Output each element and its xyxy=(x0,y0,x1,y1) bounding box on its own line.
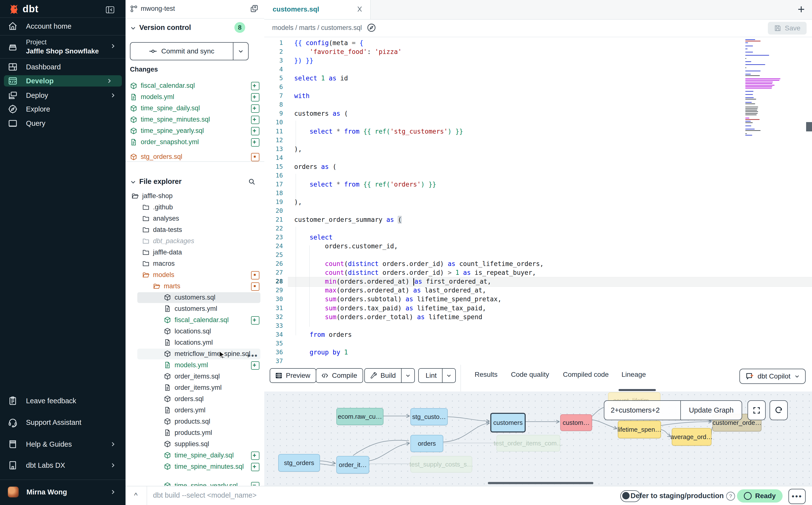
stage-minus-badge[interactable]: – xyxy=(251,482,260,486)
file-row-dbt-packages[interactable]: dbt_packages xyxy=(126,236,264,246)
file-row-locations-yml[interactable]: locations.yml xyxy=(126,338,264,348)
sidebar-item-project[interactable]: Project Jaffle Shop Snowflake xyxy=(0,35,126,58)
file-row-metricflow-time-spine-sql[interactable]: metricflow_time_spine.sql••• xyxy=(126,349,264,359)
file-row-customers-sql[interactable]: customers.sql xyxy=(126,293,264,303)
sidebar-item-account-home[interactable]: Account home xyxy=(0,19,126,33)
more-options-button[interactable]: ••• xyxy=(789,489,806,504)
sidebar-item-help-guides[interactable]: Help & Guides xyxy=(0,437,126,451)
file-row-orders-sql[interactable]: orders.sql xyxy=(126,394,264,404)
row-menu-icon[interactable]: ••• xyxy=(248,352,258,360)
file-row-analyses[interactable]: analyses xyxy=(126,214,264,224)
tab-lineage[interactable]: Lineage xyxy=(622,371,646,378)
user-name: Mirna Wong xyxy=(26,488,67,496)
lineage-node-stg-custo-[interactable]: stg_custo… xyxy=(411,408,448,425)
save-button[interactable]: Save xyxy=(768,22,807,34)
lineage-hscrollbar-thumb[interactable] xyxy=(488,482,593,484)
file-row-products-sql[interactable]: products.sql xyxy=(126,417,264,427)
file-row-order-items-sql[interactable]: order_items.sql xyxy=(126,372,264,382)
update-graph-button[interactable]: Update Graph xyxy=(680,401,742,420)
defer-label: Defer to staging/production xyxy=(631,492,724,500)
model-icon xyxy=(164,350,171,357)
file-row-jaffle-shop[interactable]: jaffle-shop xyxy=(126,191,264,201)
sidebar-item-support-assistant[interactable]: Support Assistant xyxy=(0,415,126,430)
fullscreen-button[interactable] xyxy=(748,400,766,420)
sidebar-item-explore[interactable]: Explore xyxy=(0,102,126,116)
lineage-node-orders[interactable]: orders xyxy=(411,435,443,452)
sidebar-item-dashboard[interactable]: Dashboard xyxy=(0,60,126,74)
tab-customers-sql[interactable]: customers.sql xyxy=(264,0,371,19)
ide-status-badge[interactable]: Ready xyxy=(737,489,783,503)
line-number: 4 xyxy=(264,65,283,74)
file-row-customers-yml[interactable]: customers.yml xyxy=(126,304,264,314)
sidebar-item-dbt-labs-dx[interactable]: dbt Labs DX xyxy=(0,458,126,472)
lint-dropdown-chevron[interactable] xyxy=(443,373,455,378)
preview-button[interactable]: Preview xyxy=(270,368,316,383)
lineage-node-custom-[interactable]: custom… xyxy=(560,414,592,431)
code-editor[interactable]: 1{{ config(meta = {2 'favorite_food': 'p… xyxy=(264,37,812,365)
sidebar-item-leave-feedback[interactable]: Leave feedback xyxy=(0,394,126,408)
dbt-copilot-button[interactable]: dbt Copilot xyxy=(740,369,806,384)
lineage-node-customers[interactable]: customers xyxy=(490,413,526,433)
lineage-node-order-it-[interactable]: order_it… xyxy=(336,456,369,474)
file-row--github[interactable]: .github xyxy=(126,202,264,213)
explore-compass-icon[interactable] xyxy=(367,23,376,32)
chevron-right-icon xyxy=(110,43,116,49)
collapse-command-bar-icon[interactable]: ^ xyxy=(131,491,141,501)
new-tab-icon[interactable] xyxy=(797,5,806,14)
folder-icon xyxy=(142,237,150,245)
file-row-marts[interactable]: marts xyxy=(126,282,264,292)
breadcrumb-row: models / marts / customers.sql Save xyxy=(264,20,812,37)
file-row-time-spine-yearly-sql[interactable]: time_spine_yearly.sql– xyxy=(126,481,264,486)
sidebar-collapse-icon[interactable] xyxy=(106,6,114,13)
lineage-node-ecom-raw-cu-[interactable]: ecom.raw_cu… xyxy=(336,408,383,425)
file-row-macros[interactable]: macros xyxy=(126,259,264,269)
tab-code-quality[interactable]: Code quality xyxy=(511,371,549,378)
stage-plus-badge[interactable]: + xyxy=(251,361,260,370)
user-menu[interactable]: Mirna Wong xyxy=(0,483,126,501)
dbt-command-input[interactable]: dbt build --select <model_name> xyxy=(153,491,257,499)
model-icon xyxy=(164,440,171,448)
file-row-models-yml[interactable]: models.yml+ xyxy=(126,360,264,371)
file-row-time-spine-minutes-sql[interactable]: time_spine_minutes.sql+ xyxy=(126,462,264,472)
refresh-button[interactable] xyxy=(770,400,788,420)
lint-button[interactable]: Lint xyxy=(418,368,456,383)
editor-toolbar: PreviewCompileBuildLint ResultsCode qual… xyxy=(264,365,812,391)
file-row-products-yml[interactable]: products.yml xyxy=(126,428,264,438)
sidebar-item-deploy[interactable]: Deploy xyxy=(0,88,126,103)
file-row-jaffle-data[interactable]: jaffle-data xyxy=(126,247,264,258)
lineage-node-test-order-items-com-[interactable]: test_order_items_com… xyxy=(496,435,560,452)
lineage-selector-input[interactable]: 2+customers+2 xyxy=(604,401,680,420)
lineage-canvas[interactable]: ecom.raw_cu…stg_custo…customerscustom…co… xyxy=(264,391,812,486)
file-row-data-tests[interactable]: data-tests xyxy=(126,225,264,235)
editor-scrollbar-thumb[interactable] xyxy=(806,122,812,131)
stage-plus-badge[interactable]: + xyxy=(251,463,260,471)
compile-button[interactable]: Compile xyxy=(316,368,363,383)
stage-plus-badge[interactable]: + xyxy=(251,452,260,460)
close-icon[interactable] xyxy=(356,5,363,13)
tab-compiled-code[interactable]: Compiled code xyxy=(563,371,609,378)
lineage-node-test-supply-costs-s-[interactable]: test_supply_costs_s… xyxy=(411,456,472,473)
sidebar-item-query[interactable]: Query xyxy=(0,116,126,130)
build-button[interactable]: Build xyxy=(364,368,415,383)
build-dropdown-chevron[interactable] xyxy=(401,373,414,378)
lineage-node-average-ord-[interactable]: average_ord… xyxy=(672,428,711,446)
help-icon[interactable]: ? xyxy=(726,492,735,501)
lineage-node-lifetime-spen-[interactable]: lifetime_spen… xyxy=(618,421,661,438)
tab-results[interactable]: Results xyxy=(475,371,497,378)
layers-icon xyxy=(8,42,18,52)
project-label: Project xyxy=(26,38,46,46)
file-row-fiscal-calendar-sql[interactable]: fiscal_calendar.sql+ xyxy=(126,315,264,326)
file-row-order-items-yml[interactable]: order_items.yml xyxy=(126,383,264,393)
file-row-orders-yml[interactable]: orders.yml xyxy=(126,405,264,416)
file-row-locations-sql[interactable]: locations.sql xyxy=(126,327,264,337)
line-number: 29 xyxy=(264,286,283,295)
file-row-models[interactable]: models xyxy=(126,270,264,281)
lineage-node-stg-orders[interactable]: stg_orders xyxy=(278,454,320,472)
sidebar-item-develop[interactable]: Develop xyxy=(4,75,122,87)
copilot-label: dbt Copilot xyxy=(758,372,790,380)
file-row-supplies-sql[interactable]: supplies.sql xyxy=(126,439,264,450)
tab-label: customers.sql xyxy=(273,5,319,13)
stage-plus-badge[interactable]: + xyxy=(251,316,260,325)
file-row-time-spine-daily-sql[interactable]: time_spine_daily.sql+ xyxy=(126,451,264,461)
query-icon xyxy=(8,119,18,128)
